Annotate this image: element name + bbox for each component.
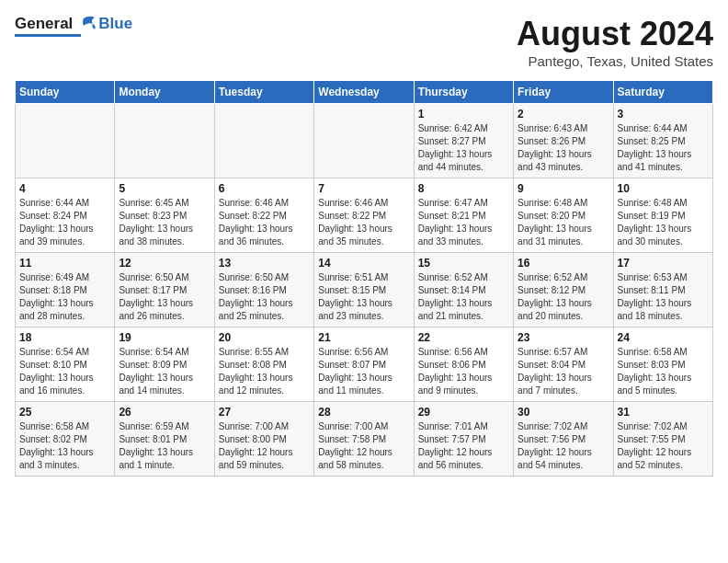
day-info: Sunrise: 6:59 AM Sunset: 8:01 PM Dayligh…	[119, 420, 210, 472]
day-number: 20	[219, 331, 310, 344]
day-number: 29	[418, 406, 509, 419]
day-number: 8	[418, 182, 509, 195]
calendar-cell: 22Sunrise: 6:56 AM Sunset: 8:06 PM Dayli…	[414, 327, 513, 402]
calendar-week-row: 18Sunrise: 6:54 AM Sunset: 8:10 PM Dayli…	[16, 327, 713, 402]
day-info: Sunrise: 6:42 AM Sunset: 8:27 PM Dayligh…	[418, 122, 509, 174]
day-info: Sunrise: 6:55 AM Sunset: 8:08 PM Dayligh…	[219, 346, 310, 397]
day-info: Sunrise: 6:58 AM Sunset: 8:02 PM Dayligh…	[19, 420, 110, 472]
day-info: Sunrise: 6:46 AM Sunset: 8:22 PM Dayligh…	[219, 197, 310, 248]
calendar-cell	[16, 104, 115, 178]
day-number: 15	[418, 257, 509, 270]
day-number: 24	[618, 331, 709, 344]
day-number: 4	[19, 182, 110, 195]
day-number: 17	[618, 257, 709, 270]
calendar-cell: 18Sunrise: 6:54 AM Sunset: 8:10 PM Dayli…	[16, 327, 115, 402]
calendar-header-row: SundayMondayTuesdayWednesdayThursdayFrid…	[16, 81, 713, 104]
calendar-cell: 26Sunrise: 6:59 AM Sunset: 8:01 PM Dayli…	[115, 402, 214, 477]
day-info: Sunrise: 6:49 AM Sunset: 8:18 PM Dayligh…	[19, 271, 110, 323]
calendar-cell: 4Sunrise: 6:44 AM Sunset: 8:24 PM Daylig…	[16, 178, 115, 253]
calendar-cell: 15Sunrise: 6:52 AM Sunset: 8:14 PM Dayli…	[414, 253, 513, 327]
day-number: 2	[518, 108, 609, 121]
day-number: 18	[19, 331, 110, 344]
day-number: 9	[518, 182, 609, 195]
calendar-cell: 11Sunrise: 6:49 AM Sunset: 8:18 PM Dayli…	[16, 253, 115, 327]
calendar-cell: 28Sunrise: 7:00 AM Sunset: 7:58 PM Dayli…	[314, 402, 414, 477]
day-number: 5	[119, 182, 210, 195]
calendar-cell: 12Sunrise: 6:50 AM Sunset: 8:17 PM Dayli…	[115, 253, 214, 327]
header-friday: Friday	[514, 81, 613, 104]
calendar-table: SundayMondayTuesdayWednesdayThursdayFrid…	[15, 80, 713, 477]
header-monday: Monday	[115, 81, 214, 104]
day-info: Sunrise: 6:50 AM Sunset: 8:17 PM Dayligh…	[119, 271, 210, 323]
logo-blue-text: Blue	[98, 15, 132, 33]
calendar-cell: 30Sunrise: 7:02 AM Sunset: 7:56 PM Dayli…	[514, 402, 613, 477]
day-number: 27	[219, 406, 310, 419]
logo: General Blue	[15, 15, 132, 37]
day-info: Sunrise: 6:48 AM Sunset: 8:19 PM Dayligh…	[618, 197, 709, 248]
day-info: Sunrise: 6:53 AM Sunset: 8:11 PM Dayligh…	[618, 271, 709, 323]
title-block: August 2024 Pantego, Texas, United State…	[517, 15, 713, 69]
day-info: Sunrise: 6:52 AM Sunset: 8:14 PM Dayligh…	[418, 271, 509, 323]
header-wednesday: Wednesday	[314, 81, 414, 104]
day-info: Sunrise: 6:54 AM Sunset: 8:09 PM Dayligh…	[119, 346, 210, 397]
calendar-cell	[115, 104, 214, 178]
day-number: 25	[19, 406, 110, 419]
day-info: Sunrise: 6:54 AM Sunset: 8:10 PM Dayligh…	[19, 346, 110, 397]
day-info: Sunrise: 7:01 AM Sunset: 7:57 PM Dayligh…	[418, 420, 509, 472]
calendar-cell: 23Sunrise: 6:57 AM Sunset: 8:04 PM Dayli…	[514, 327, 613, 402]
calendar-cell: 25Sunrise: 6:58 AM Sunset: 8:02 PM Dayli…	[16, 402, 115, 477]
day-number: 14	[318, 257, 409, 270]
day-number: 19	[119, 331, 210, 344]
day-number: 30	[518, 406, 609, 419]
calendar-cell: 31Sunrise: 7:02 AM Sunset: 7:55 PM Dayli…	[613, 402, 712, 477]
day-number: 28	[318, 406, 409, 419]
day-info: Sunrise: 6:52 AM Sunset: 8:12 PM Dayligh…	[518, 271, 609, 323]
calendar-cell: 19Sunrise: 6:54 AM Sunset: 8:09 PM Dayli…	[115, 327, 214, 402]
calendar-cell: 17Sunrise: 6:53 AM Sunset: 8:11 PM Dayli…	[613, 253, 712, 327]
day-number: 7	[318, 182, 409, 195]
day-info: Sunrise: 6:44 AM Sunset: 8:24 PM Dayligh…	[19, 197, 110, 248]
header-saturday: Saturday	[613, 81, 712, 104]
day-info: Sunrise: 7:02 AM Sunset: 7:55 PM Dayligh…	[618, 420, 709, 472]
calendar-cell: 1Sunrise: 6:42 AM Sunset: 8:27 PM Daylig…	[414, 104, 513, 178]
calendar-cell: 6Sunrise: 6:46 AM Sunset: 8:22 PM Daylig…	[214, 178, 313, 253]
header-thursday: Thursday	[414, 81, 513, 104]
day-number: 6	[219, 182, 310, 195]
day-number: 12	[119, 257, 210, 270]
day-info: Sunrise: 6:58 AM Sunset: 8:03 PM Dayligh…	[618, 346, 709, 397]
calendar-week-row: 25Sunrise: 6:58 AM Sunset: 8:02 PM Dayli…	[16, 402, 713, 477]
page-header: General Blue August 2024 Pantego, Texas,…	[15, 15, 713, 69]
calendar-cell: 7Sunrise: 6:46 AM Sunset: 8:22 PM Daylig…	[314, 178, 414, 253]
day-number: 3	[618, 108, 709, 121]
calendar-week-row: 4Sunrise: 6:44 AM Sunset: 8:24 PM Daylig…	[16, 178, 713, 253]
calendar-week-row: 1Sunrise: 6:42 AM Sunset: 8:27 PM Daylig…	[16, 104, 713, 178]
header-tuesday: Tuesday	[214, 81, 313, 104]
calendar-cell: 5Sunrise: 6:45 AM Sunset: 8:23 PM Daylig…	[115, 178, 214, 253]
day-number: 11	[19, 257, 110, 270]
day-info: Sunrise: 6:45 AM Sunset: 8:23 PM Dayligh…	[119, 197, 210, 248]
day-number: 22	[418, 331, 509, 344]
day-info: Sunrise: 6:43 AM Sunset: 8:26 PM Dayligh…	[518, 122, 609, 174]
calendar-cell: 27Sunrise: 7:00 AM Sunset: 8:00 PM Dayli…	[214, 402, 313, 477]
calendar-cell	[314, 104, 414, 178]
day-info: Sunrise: 6:51 AM Sunset: 8:15 PM Dayligh…	[318, 271, 409, 323]
day-number: 31	[618, 406, 709, 419]
day-info: Sunrise: 6:47 AM Sunset: 8:21 PM Dayligh…	[418, 197, 509, 248]
day-number: 23	[518, 331, 609, 344]
day-number: 10	[618, 182, 709, 195]
calendar-cell: 3Sunrise: 6:44 AM Sunset: 8:25 PM Daylig…	[613, 104, 712, 178]
calendar-cell: 21Sunrise: 6:56 AM Sunset: 8:07 PM Dayli…	[314, 327, 414, 402]
calendar-cell: 20Sunrise: 6:55 AM Sunset: 8:08 PM Dayli…	[214, 327, 313, 402]
day-info: Sunrise: 7:00 AM Sunset: 8:00 PM Dayligh…	[219, 420, 310, 472]
calendar-week-row: 11Sunrise: 6:49 AM Sunset: 8:18 PM Dayli…	[16, 253, 713, 327]
day-info: Sunrise: 7:00 AM Sunset: 7:58 PM Dayligh…	[318, 420, 409, 472]
day-info: Sunrise: 6:57 AM Sunset: 8:04 PM Dayligh…	[518, 346, 609, 397]
day-number: 21	[318, 331, 409, 344]
calendar-cell: 14Sunrise: 6:51 AM Sunset: 8:15 PM Dayli…	[314, 253, 414, 327]
calendar-cell: 9Sunrise: 6:48 AM Sunset: 8:20 PM Daylig…	[514, 178, 613, 253]
logo-bird-icon	[76, 15, 97, 33]
main-title: August 2024	[517, 15, 713, 53]
logo-general-text: General	[15, 15, 73, 33]
calendar-cell: 10Sunrise: 6:48 AM Sunset: 8:19 PM Dayli…	[613, 178, 712, 253]
calendar-cell	[214, 104, 313, 178]
